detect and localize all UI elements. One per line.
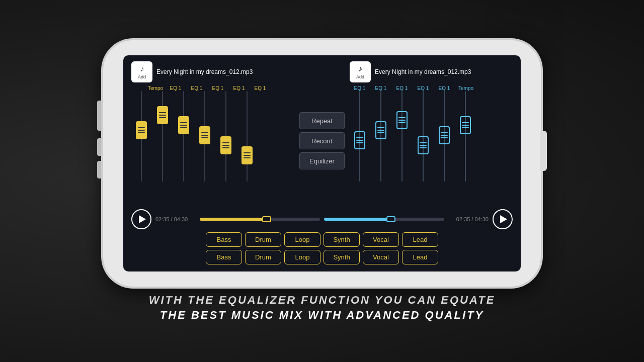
- grip-line: [356, 142, 363, 143]
- grip-line: [159, 115, 166, 116]
- loop-button-2[interactable]: Loop: [284, 250, 320, 264]
- right-play-button[interactable]: [493, 209, 513, 229]
- left-tempo-slider[interactable]: [131, 91, 151, 182]
- grip-line: [180, 127, 187, 128]
- music-note-icon: ♪: [140, 64, 144, 73]
- footer-line-2: THE BEST MUSIC MIX WITH ADVANCED QUALITY: [149, 309, 496, 322]
- slider-grip: [244, 152, 251, 158]
- right-eq4-slider[interactable]: [413, 91, 433, 182]
- right-add-label: Add: [356, 74, 364, 79]
- synth-button-1[interactable]: Synth: [324, 232, 360, 247]
- slider-line: [401, 91, 403, 182]
- left-add-button[interactable]: ♪ Add: [131, 61, 152, 82]
- left-eq1-slider-thumb[interactable]: [157, 106, 168, 124]
- grip-line: [420, 147, 427, 148]
- right-tempo-slider-thumb[interactable]: [460, 116, 471, 134]
- play-icon: [139, 215, 146, 223]
- right-eq2-slider[interactable]: [371, 91, 391, 182]
- left-eq1-slider[interactable]: [152, 91, 173, 182]
- grip-line: [377, 127, 384, 128]
- left-eq4-slider[interactable]: [216, 91, 236, 182]
- grip-line: [222, 147, 229, 148]
- power-button[interactable]: [540, 131, 547, 171]
- top-section: ♪ Add Every NIght in my dreams_012.mp3 T…: [131, 61, 513, 205]
- vocal-button-2[interactable]: Vocal: [363, 250, 399, 264]
- progress-row: 02:35 / 04:30 02:35 / 04:30: [131, 205, 513, 232]
- right-progress-thumb[interactable]: [386, 216, 395, 222]
- left-eq2-label: EQ 1: [187, 85, 207, 91]
- left-eq5-label: EQ 1: [250, 85, 270, 91]
- right-eq4-slider-thumb[interactable]: [418, 136, 429, 154]
- screen: ♪ Add Every NIght in my dreams_012.mp3 T…: [123, 55, 521, 272]
- right-tempo-slider[interactable]: [455, 91, 475, 182]
- bass-button-1[interactable]: Bass: [206, 232, 242, 247]
- grip-line: [159, 117, 166, 118]
- grip-line: [398, 117, 406, 118]
- left-track: ♪ Add Every NIght in my dreams_012.mp3 T…: [131, 61, 294, 205]
- right-add-button[interactable]: ♪ Add: [350, 61, 371, 82]
- bass-button-2[interactable]: Bass: [206, 250, 242, 264]
- slider-grip: [159, 112, 166, 118]
- left-play-button[interactable]: [131, 209, 151, 229]
- right-eq1-slider[interactable]: [350, 91, 370, 182]
- grip-line: [244, 157, 251, 158]
- bottom-buttons: Bass Drum Loop Synth Vocal Lead Bass Dru…: [131, 232, 513, 264]
- right-eq1-slider-thumb[interactable]: [354, 131, 365, 149]
- loop-button-1[interactable]: Loop: [284, 232, 320, 247]
- right-eq3-slider-thumb[interactable]: [396, 111, 408, 129]
- slider-grip: [462, 122, 469, 128]
- left-add-label: Add: [138, 74, 146, 79]
- right-sliders-area: [350, 93, 513, 184]
- synth-button-2[interactable]: Synth: [324, 250, 360, 264]
- right-eq1-label: EQ 1: [350, 85, 370, 91]
- lead-button-2[interactable]: Lead: [402, 250, 438, 264]
- slider-grip: [398, 117, 406, 123]
- music-note-icon: ♪: [358, 64, 362, 73]
- footer-text: WITH THE EQUALIZER FUNCTION YOU CAN EQUA…: [149, 294, 496, 322]
- grip-line: [356, 140, 363, 141]
- left-eq2-slider-thumb[interactable]: [178, 116, 189, 134]
- equalizer-button[interactable]: Equilizer: [299, 152, 345, 169]
- right-eq5-label: EQ 1: [434, 85, 454, 91]
- left-track-name: Every NIght in my dreams_012.mp3: [156, 68, 294, 75]
- grip-line: [201, 137, 208, 138]
- right-eq-labels: EQ 1 EQ 1 EQ 1 EQ 1 EQ 1 Tempo: [350, 85, 513, 91]
- record-button[interactable]: Record: [299, 132, 345, 149]
- right-eq2-slider-thumb[interactable]: [375, 121, 386, 139]
- grip-line: [462, 125, 469, 126]
- left-eq5-slider[interactable]: [237, 91, 257, 182]
- lead-button-1[interactable]: Lead: [402, 232, 438, 247]
- grip-line: [201, 132, 208, 133]
- right-track: ♪ Add Every NIght in my dreams_012.mp3 E…: [350, 61, 513, 205]
- right-progress-bar[interactable]: [324, 218, 444, 221]
- left-eq3-slider[interactable]: [195, 91, 215, 182]
- volume-down-button[interactable]: [97, 161, 101, 178]
- slider-line: [162, 91, 163, 182]
- grip-line: [244, 152, 251, 153]
- left-eq4-slider-thumb[interactable]: [220, 136, 231, 154]
- drum-button-1[interactable]: Drum: [245, 232, 281, 247]
- left-progress-bar[interactable]: [200, 218, 320, 221]
- vocal-button-1[interactable]: Vocal: [363, 232, 399, 247]
- repeat-button[interactable]: Repeat: [299, 112, 345, 129]
- right-eq5-slider[interactable]: [434, 91, 454, 182]
- left-eq3-slider-thumb[interactable]: [199, 126, 210, 144]
- right-eq3-slider[interactable]: [392, 91, 412, 182]
- left-tempo-slider-thumb[interactable]: [136, 121, 147, 139]
- left-progress-thumb[interactable]: [262, 216, 271, 222]
- slider-grip: [222, 142, 229, 148]
- grip-line: [222, 142, 229, 143]
- grip-line: [398, 120, 406, 121]
- left-eq5-slider-thumb[interactable]: [242, 146, 253, 164]
- left-eq2-slider[interactable]: [174, 91, 194, 182]
- left-progress-fill: [200, 218, 266, 221]
- drum-button-2[interactable]: Drum: [245, 250, 281, 264]
- footer-line-1: WITH THE EQUALIZER FUNCTION YOU CAN EQUA…: [149, 294, 496, 307]
- left-tempo-label: Tempo: [146, 85, 165, 91]
- slider-grip: [356, 137, 363, 143]
- right-eq5-slider-thumb[interactable]: [439, 126, 450, 144]
- bottom-row-1: Bass Drum Loop Synth Vocal Lead: [131, 232, 513, 247]
- left-eq-labels: Tempo EQ 1 EQ 1 EQ 1 EQ 1 EQ 1: [131, 85, 294, 91]
- volume-button[interactable]: [97, 101, 101, 131]
- volume-up-button[interactable]: [97, 138, 101, 156]
